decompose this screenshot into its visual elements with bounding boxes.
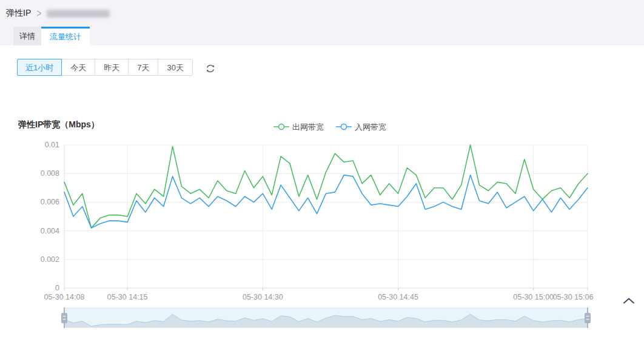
time-range-7days-button[interactable]: 7天 <box>128 59 158 76</box>
y-axis-label: 0.004 <box>41 227 59 235</box>
legend-item-outbound[interactable]: 出网带宽 <box>273 122 324 133</box>
legend-item-inbound[interactable]: 入网带宽 <box>336 122 386 133</box>
breadcrumb-separator-icon: > <box>36 7 41 19</box>
legend-label-inbound: 入网带宽 <box>355 122 386 133</box>
x-axis-label: 05-30 15:06 <box>553 293 594 301</box>
datazoom-slider[interactable] <box>59 306 593 330</box>
time-range-last-hour-button[interactable]: 近1小时 <box>17 59 62 76</box>
bandwidth-line-chart: 00.0020.0040.0060.0080.0105-30 14:0805-3… <box>0 136 644 303</box>
datazoom-right-handle[interactable] <box>585 313 591 323</box>
datazoom-left-handle[interactable] <box>61 313 67 323</box>
inbound-series-marker-icon <box>336 123 352 132</box>
series-line-出网带宽 <box>64 145 588 228</box>
time-range-today-button[interactable]: 今天 <box>61 59 95 76</box>
tab-traffic-stats[interactable]: 流量统计 <box>41 27 90 45</box>
y-axis-label: 0 <box>55 284 59 292</box>
tab-detail[interactable]: 详情 <box>13 27 41 45</box>
x-axis-label: 05-30 15:00 <box>513 293 554 301</box>
breadcrumb-root-link[interactable]: 弹性IP <box>6 8 31 19</box>
x-axis-label: 05-30 14:15 <box>107 293 148 301</box>
y-axis-label: 0.006 <box>41 198 59 206</box>
collapse-chevron-up-icon[interactable] <box>622 296 636 306</box>
y-axis-label: 0.002 <box>41 255 59 264</box>
outbound-series-marker-icon <box>273 123 289 132</box>
time-range-yesterday-button[interactable]: 昨天 <box>95 59 129 76</box>
chart-title: 弹性IP带宽（Mbps） <box>18 119 99 130</box>
x-axis-label: 05-30 14:45 <box>378 293 418 301</box>
y-axis-label: 0.01 <box>45 141 59 149</box>
legend-label-outbound: 出网带宽 <box>292 122 324 133</box>
breadcrumb-current-redacted <box>47 10 110 18</box>
breadcrumb: 弹性IP > <box>6 8 110 19</box>
tab-bar: 详情 流量统计 <box>13 27 90 45</box>
series-line-入网带宽 <box>64 175 588 228</box>
chart-legend: 出网带宽 入网带宽 <box>273 122 386 133</box>
x-axis-label: 05-30 14:08 <box>44 293 85 301</box>
refresh-icon[interactable] <box>204 62 216 75</box>
time-range-30days-button[interactable]: 30天 <box>158 59 192 76</box>
x-axis-label: 05-30 14:30 <box>243 293 283 301</box>
time-range-button-group: 近1小时 今天 昨天 7天 30天 <box>17 59 193 76</box>
page-header: 弹性IP > 详情 流量统计 <box>0 0 644 45</box>
y-axis-label: 0.008 <box>41 169 59 178</box>
